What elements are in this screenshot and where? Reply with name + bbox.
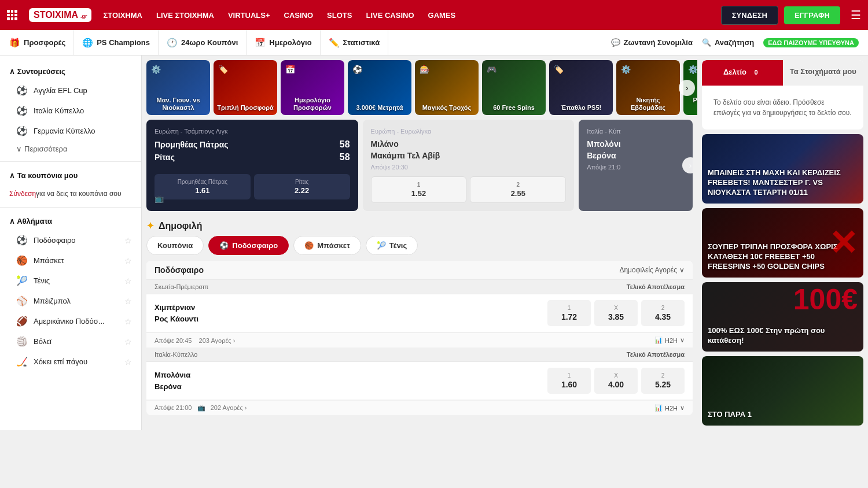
sidebar-item-hockey[interactable]: 🏒 Χόκει επί πάγου ☆ bbox=[0, 352, 141, 372]
sidebar-coupons-header[interactable]: ∧ Τα κουπόνια μου bbox=[0, 167, 141, 184]
odd-btn-0-x[interactable]: X 3.85 bbox=[594, 300, 638, 326]
banner-label-4: Μαγικός Τροχός bbox=[422, 104, 472, 112]
favorite-star-icon-4[interactable]: ☆ bbox=[124, 297, 132, 306]
odd-btn-0-1[interactable]: 1 1.72 bbox=[547, 300, 591, 326]
sidebar-coupons-section: Σύνδεσηγια να δεις τα κουπόνια σου bbox=[0, 184, 141, 202]
sidebar-shortcuts-header[interactable]: ∧ Συντομεύσεις bbox=[0, 62, 141, 80]
odd-btn-0-2[interactable]: 2 4.35 bbox=[641, 300, 685, 326]
logo[interactable]: STOIXIMA .gr bbox=[29, 8, 91, 22]
banner-card-7[interactable]: ⚙️ Νικητής Εβδομάδας bbox=[616, 60, 680, 115]
subnav-ps-champions[interactable]: 🌐 PS Champions bbox=[74, 30, 159, 55]
nav-stoixima[interactable]: ΣΤΟΙΧΗΜΑ bbox=[103, 11, 142, 20]
sidebar-item-tennis[interactable]: 🎾 Τένις ☆ bbox=[0, 271, 141, 291]
subnav-offers[interactable]: 🎁 Προσφορές bbox=[9, 30, 74, 55]
nav-virtuals[interactable]: VIRTUALS+ bbox=[228, 11, 270, 20]
sidebar-item-volleyball[interactable]: 🏐 Βόλεϊ ☆ bbox=[0, 331, 141, 352]
odds-btn-1-1[interactable]: 1 1.52 bbox=[371, 176, 467, 203]
betslip-tabs: Δελτίο 0 Τα Στοιχήματά μου bbox=[702, 60, 863, 86]
login-button[interactable]: ΣΥΝΔΕΣΗ bbox=[721, 6, 778, 25]
subnav-calendar[interactable]: 📅 Ημερολόγιο bbox=[247, 30, 320, 55]
tab-coupons[interactable]: Κουπόνια bbox=[146, 236, 204, 255]
league-name-0: Σκωτία-Πρέμιερσιπ bbox=[155, 283, 208, 290]
banner-card-1[interactable]: 🏷️ Τριπλή Προσφορά bbox=[214, 60, 277, 115]
grid-icon[interactable] bbox=[7, 10, 17, 20]
odds-btn-0-2[interactable]: Ρίτας 2.22 bbox=[254, 174, 350, 199]
betslip-tab-mybets[interactable]: Τα Στοιχήματά μου bbox=[783, 60, 864, 86]
odd-btn-1-x[interactable]: X 4.00 bbox=[594, 368, 638, 394]
odd-btn-1-2[interactable]: 2 5.25 bbox=[641, 368, 685, 394]
favorite-star-icon-3[interactable]: ☆ bbox=[124, 276, 132, 286]
subnav-stats[interactable]: ✏️ Στατιστικά bbox=[321, 30, 389, 55]
odds-btn-1-2[interactable]: 2 2.55 bbox=[470, 176, 566, 203]
banner-card-5[interactable]: 🎮 60 Free Spins bbox=[482, 60, 546, 115]
tennis-tab-icon: 🎾 bbox=[377, 241, 386, 250]
promo-banner-1[interactable]: ΣΟΥΠΕΡ ΤΡΙΠΛΗ ΠΡΟΣΦΟΡΑ ΧΩΡΙΣ ΚΑΤΑΘΕΣΗ 10… bbox=[702, 208, 863, 278]
h2h-btn-0[interactable]: 📊 H2H ∨ bbox=[654, 337, 685, 344]
tennis-icon: 🎾 bbox=[16, 275, 28, 286]
sidebar-item-england[interactable]: ⚽ Αγγλία EFL Cup bbox=[0, 80, 141, 101]
banner-next-button[interactable]: › bbox=[679, 80, 695, 96]
betslip-tab-delta[interactable]: Δελτίο 0 bbox=[702, 60, 783, 86]
coupon-login-link[interactable]: Σύνδεση bbox=[9, 190, 36, 198]
sidebar-more-label: Περισσότερα bbox=[24, 145, 67, 153]
odd-val-0-2: 4.35 bbox=[655, 312, 671, 321]
nav-games[interactable]: GAMES bbox=[428, 11, 456, 20]
favorite-star-icon[interactable]: ☆ bbox=[124, 236, 132, 245]
sidebar-sports-header[interactable]: ∧ Αθλήματα bbox=[0, 212, 141, 230]
sidebar-item-americanfootball[interactable]: 🏈 Αμερικάνικο Ποδόσ... ☆ bbox=[0, 311, 141, 331]
tab-basketball[interactable]: 🏀 Μπάσκετ bbox=[293, 236, 361, 255]
tab-football[interactable]: ⚽ Ποδόσφαιρο bbox=[208, 236, 289, 255]
register-button[interactable]: ΕΓΓΡΑΦΗ bbox=[784, 6, 840, 24]
promo-banner-2[interactable]: 100% ΕΩΣ 100€ Στην πρώτη σου κατάθεση! 1… bbox=[702, 282, 863, 352]
promo-banner-0[interactable]: ΜΠΑΙΝΕΙΣ ΣΤΗ ΜΑΧΗ ΚΑΙ ΚΕΡΔΙΖΕΙΣ FREEBETS… bbox=[702, 134, 863, 204]
odd-val-1-x: 4.00 bbox=[608, 380, 624, 389]
promo-banner-3[interactable]: ΣΤΟ ΠΑΡΑ 1 bbox=[702, 356, 863, 426]
team-name-0-2: Ρίτας bbox=[155, 153, 175, 162]
sidebar-more-shortcuts[interactable]: ∨ Περισσότερα bbox=[0, 141, 141, 157]
favorite-star-icon-5[interactable]: ☆ bbox=[124, 317, 132, 326]
favorite-star-icon-7[interactable]: ☆ bbox=[124, 357, 132, 367]
tab-tennis[interactable]: 🎾 Τένις bbox=[366, 236, 418, 255]
sidebar-item-basketball[interactable]: 🏀 Μπάσκετ ☆ bbox=[0, 250, 141, 271]
responsible-gaming-badge[interactable]: ΕΔΩ ΠΑΙΖΟΥΜΕ ΥΠΕΥΘΥΝΑ bbox=[763, 38, 859, 47]
football-tab-label: Ποδόσφαιρο bbox=[232, 241, 278, 250]
banner-card-4[interactable]: 🎰 Μαγικός Τροχός bbox=[415, 60, 479, 115]
sidebar-tennis-label: Τένις bbox=[34, 276, 50, 285]
odds-btn-0-1[interactable]: Προμηθέας Πάτρας 1.61 bbox=[155, 174, 251, 199]
odds-row-0: Προμηθέας Πάτρας 1.61 Ρίτας 2.22 bbox=[155, 174, 350, 199]
popular-markets-btn[interactable]: Δημοφιλείς Αγορές ∨ bbox=[619, 266, 685, 274]
banner-card-3[interactable]: ⚽ 3.000€ Μετρητά bbox=[348, 60, 411, 115]
nav-casino[interactable]: CASINO bbox=[284, 11, 314, 20]
favorite-star-icon-2[interactable]: ☆ bbox=[124, 256, 132, 265]
banner-card-2[interactable]: 📅 Ημερολόγιο Προσφορών bbox=[281, 60, 344, 115]
chat-icon: 💬 bbox=[611, 38, 620, 47]
banner-icon-3: ⚽ bbox=[352, 65, 362, 74]
banner-card-6[interactable]: 🏷️ Έπαθλο PS5! bbox=[549, 60, 613, 115]
betslip-count-badge: 0 bbox=[751, 67, 762, 77]
nav-slots[interactable]: SLOTS bbox=[327, 11, 352, 20]
live-next-button[interactable]: › bbox=[682, 157, 693, 173]
h2h-btn-1[interactable]: 📊 H2H ∨ bbox=[654, 404, 685, 412]
odd-btn-1-1[interactable]: 1 1.60 bbox=[547, 368, 591, 394]
markets-link-1[interactable]: 202 Αγορές › bbox=[211, 404, 247, 411]
sidebar-item-germany[interactable]: ⚽ Γερμανία Κύπελλο bbox=[0, 121, 141, 141]
hamburger-icon[interactable]: ☰ bbox=[851, 8, 861, 22]
markets-link-0[interactable]: 203 Αγορές › bbox=[199, 337, 236, 344]
sidebar-item-baseball[interactable]: ⚾ Μπέιζμπολ ☆ bbox=[0, 291, 141, 311]
live-match-card-1: Ευρώπη - Ευρωλίγκα Μιλάνο Μακάμπι Τελ Αβ… bbox=[363, 120, 575, 211]
team-name-2-1: Μπολόνι bbox=[587, 139, 620, 149]
match-table-header: Ποδόσφαιρο Δημοφιλείς Αγορές ∨ bbox=[146, 261, 693, 280]
sidebar-divider-1 bbox=[0, 161, 141, 162]
nav-live-casino[interactable]: LIVE CASINO bbox=[366, 11, 414, 20]
subnav-24hr[interactable]: 🕐 24ωρο Κουπόνι bbox=[159, 30, 247, 55]
sidebar-item-italy[interactable]: ⚽ Ιταλία Κύπελλο bbox=[0, 101, 141, 121]
banner-card-0[interactable]: ⚙️ Μαν. Γιουν. vs Νιούκαστλ bbox=[146, 60, 210, 115]
odd-label-0-2: 2 bbox=[643, 305, 682, 311]
banner-icon-0: ⚙️ bbox=[151, 65, 161, 74]
subnav-search[interactable]: 🔍 Αναζήτηση bbox=[702, 38, 754, 47]
subnav-chat[interactable]: 💬 Ζωντανή Συνομιλία bbox=[611, 38, 693, 47]
favorite-star-icon-6[interactable]: ☆ bbox=[124, 337, 132, 346]
team-name-2-2: Βερόνα bbox=[587, 151, 616, 160]
sidebar-item-football[interactable]: ⚽ Ποδόσφαιρο ☆ bbox=[0, 230, 141, 250]
nav-live-stoixima[interactable]: LIVE ΣΤΟΙΧΗΜΑ bbox=[156, 11, 214, 20]
